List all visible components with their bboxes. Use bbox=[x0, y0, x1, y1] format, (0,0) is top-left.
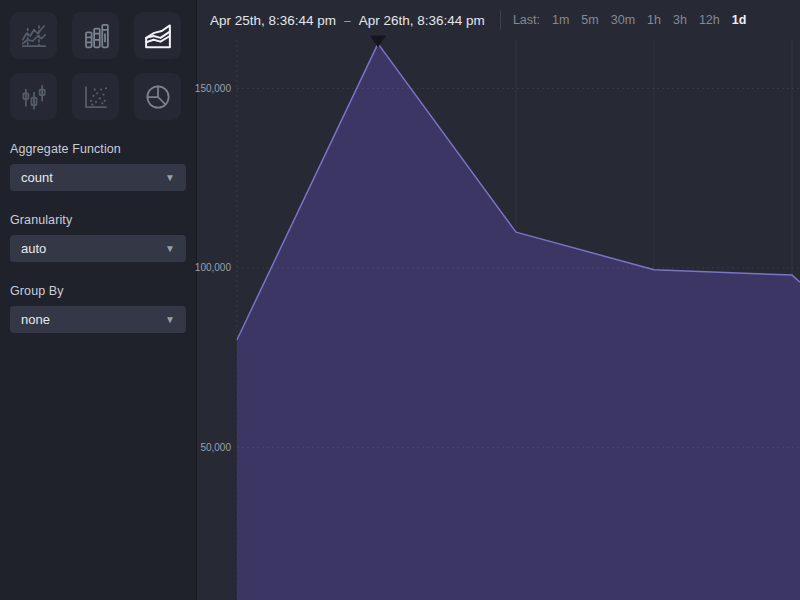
chart-type-picker bbox=[10, 12, 186, 120]
granularity-value: auto bbox=[21, 241, 46, 256]
scatter-chart-icon bbox=[81, 82, 111, 112]
group-by-select[interactable]: none ▼ bbox=[10, 306, 186, 333]
chevron-down-icon: ▼ bbox=[165, 173, 175, 183]
quick-range-5m[interactable]: 5m bbox=[581, 13, 598, 27]
y-axis-tick-label: 50,000 bbox=[200, 442, 231, 453]
chart-type-candlestick[interactable] bbox=[10, 73, 57, 120]
range-end: Apr 26th, 8:36:44 pm bbox=[359, 13, 485, 28]
chart-type-bar[interactable] bbox=[72, 12, 119, 59]
last-label: Last: bbox=[513, 13, 540, 27]
sidebar: Aggregate Function count ▼ Granularity a… bbox=[0, 0, 197, 600]
granularity-select[interactable]: auto ▼ bbox=[10, 235, 186, 262]
aggregate-function-control: Aggregate Function count ▼ bbox=[10, 142, 186, 191]
area-chart-region[interactable]: 50,000100,000150,000 bbox=[197, 40, 800, 600]
peak-marker-icon bbox=[370, 36, 386, 48]
quick-range-30m[interactable]: 30m bbox=[611, 13, 635, 27]
quick-range-1d[interactable]: 1d bbox=[732, 13, 747, 27]
granularity-label: Granularity bbox=[10, 213, 186, 227]
y-axis-tick-label: 150,000 bbox=[195, 83, 232, 94]
chart-type-line[interactable] bbox=[10, 12, 57, 59]
quick-range-1h[interactable]: 1h bbox=[647, 13, 661, 27]
date-range-picker[interactable]: Apr 25th, 8:36:44 pm – Apr 26th, 8:36:44… bbox=[210, 13, 485, 28]
area-chart-svg: 50,000100,000150,000 bbox=[197, 40, 800, 600]
y-axis-tick-label: 100,000 bbox=[195, 262, 232, 273]
range-separator: – bbox=[344, 14, 351, 28]
chevron-down-icon: ▼ bbox=[165, 315, 175, 325]
aggregate-function-select[interactable]: count ▼ bbox=[10, 164, 186, 191]
quick-range-12h[interactable]: 12h bbox=[699, 13, 720, 27]
topbar-divider bbox=[500, 11, 501, 29]
group-by-label: Group By bbox=[10, 284, 186, 298]
aggregate-function-value: count bbox=[21, 170, 53, 185]
aggregate-function-label: Aggregate Function bbox=[10, 142, 186, 156]
quick-range-3h[interactable]: 3h bbox=[673, 13, 687, 27]
area-chart-icon bbox=[143, 21, 173, 51]
pie-chart-icon bbox=[143, 82, 173, 112]
chart-type-pie[interactable] bbox=[134, 73, 181, 120]
chevron-down-icon: ▼ bbox=[165, 244, 175, 254]
quick-range-1m[interactable]: 1m bbox=[552, 13, 569, 27]
chart-type-scatter[interactable] bbox=[72, 73, 119, 120]
granularity-control: Granularity auto ▼ bbox=[10, 213, 186, 262]
group-by-control: Group By none ▼ bbox=[10, 284, 186, 333]
candlestick-chart-icon bbox=[19, 82, 49, 112]
line-chart-icon bbox=[19, 21, 49, 51]
chart-type-area[interactable] bbox=[134, 12, 181, 59]
quick-range-group: 1m 5m 30m 1h 3h 12h 1d bbox=[552, 13, 746, 27]
topbar: Apr 25th, 8:36:44 pm – Apr 26th, 8:36:44… bbox=[197, 0, 800, 40]
range-start: Apr 25th, 8:36:44 pm bbox=[210, 13, 336, 28]
bar-chart-icon bbox=[81, 21, 111, 51]
main-panel: Apr 25th, 8:36:44 pm – Apr 26th, 8:36:44… bbox=[197, 0, 800, 600]
group-by-value: none bbox=[21, 312, 50, 327]
